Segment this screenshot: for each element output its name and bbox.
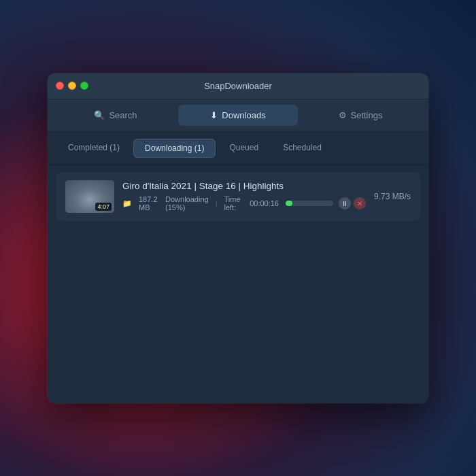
main-nav: 🔍 Search ⬇ Downloads ⚙ Settings [48,99,428,132]
subtab-completed[interactable]: Completed (1) [57,139,131,158]
file-icon: 📁 [122,199,132,208]
minimize-button[interactable] [68,82,76,90]
download-title: Giro d'Italia 2021 | Stage 16 | Highligh… [122,181,366,191]
time-left-value: 00:00:16 [250,199,279,207]
download-icon: ⬇ [210,110,218,120]
tab-search-label: Search [109,110,137,120]
tab-downloads[interactable]: ⬇ Downloads [178,105,298,126]
content-area: 4:07 Giro d'Italia 2021 | Stage 16 | Hig… [48,165,428,403]
download-info: Giro d'Italia 2021 | Stage 16 | Highligh… [122,181,366,211]
close-button[interactable] [56,82,64,90]
progress-section: ⏸ ✕ [286,197,366,209]
sub-tabs: Completed (1) Downloading (1) Queued Sch… [48,132,428,165]
progress-bar [286,201,333,206]
tab-settings[interactable]: ⚙ Settings [301,105,420,126]
download-speed: 9.73 MB/s [374,192,411,201]
subtab-downloading[interactable]: Downloading (1) [133,139,216,158]
file-size: 187.2 MB [139,195,158,211]
subtab-scheduled[interactable]: Scheduled [272,139,333,158]
download-controls: ⏸ ✕ [339,197,366,209]
separator: | [216,199,218,207]
download-status: Downloading (15%) [165,195,209,211]
maximize-button[interactable] [80,82,88,90]
tab-search[interactable]: 🔍 Search [56,105,175,126]
pause-button[interactable]: ⏸ [339,197,351,209]
download-right: 9.73 MB/s [374,192,411,201]
progress-bar-fill [286,201,293,206]
titlebar: SnapDownloader [48,73,428,99]
subtab-queued[interactable]: Queued [218,139,269,158]
tab-settings-label: Settings [351,110,383,120]
window-title: SnapDownloader [204,81,272,91]
app-window: SnapDownloader 🔍 Search ⬇ Downloads ⚙ Se… [48,73,428,403]
tab-downloads-label: Downloads [222,110,265,120]
download-item: 4:07 Giro d'Italia 2021 | Stage 16 | Hig… [56,172,420,221]
video-duration: 4:07 [95,203,112,211]
cancel-button[interactable]: ✕ [354,197,366,209]
video-thumbnail: 4:07 [65,180,114,213]
traffic-lights [56,82,88,90]
search-icon: 🔍 [94,110,105,120]
download-meta: 📁 187.2 MB Downloading (15%) | Time left… [122,195,366,211]
settings-icon: ⚙ [339,110,347,120]
time-left-label: Time left: [224,195,243,211]
